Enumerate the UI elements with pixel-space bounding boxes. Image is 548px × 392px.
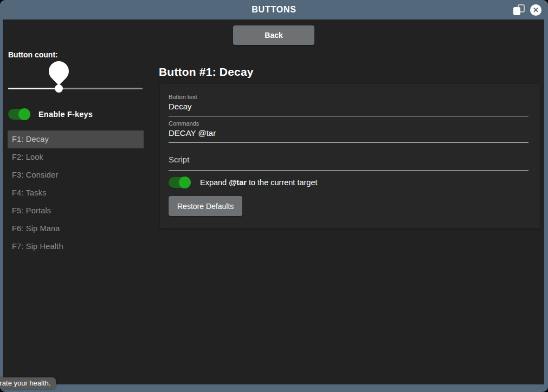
commands-input[interactable]: DECAY @tar — [169, 128, 528, 143]
toggle-knob — [179, 177, 191, 188]
script-input[interactable]: Script — [169, 154, 528, 171]
enable-fkeys-row: Enable F-keys — [8, 109, 93, 120]
health-tooltip: ly regenerate your health. — [0, 377, 56, 389]
commands-label: Commands — [169, 120, 528, 127]
window-title: BUTTONS — [252, 5, 296, 15]
title-bar: BUTTONS ✕ — [0, 0, 548, 19]
restore-defaults-button[interactable]: Restore Defaults — [169, 196, 242, 216]
commands-field: Commands DECAY @tar — [169, 120, 528, 143]
toggle-knob — [18, 108, 30, 120]
back-button[interactable]: Back — [233, 25, 314, 45]
fkey-item-f2[interactable]: F2: Look — [8, 148, 144, 166]
fkey-list: F1: Decay F2: Look F3: Consider F4: Task… — [8, 130, 144, 256]
enable-fkeys-toggle[interactable] — [8, 109, 30, 120]
expand-tar-toggle[interactable] — [169, 177, 190, 188]
fkey-item-f4[interactable]: F4: Tasks — [8, 184, 144, 202]
button-text-label: Button text — [169, 94, 528, 101]
page-title: Button #1: Decay — [159, 66, 254, 79]
button-settings-card: Button text Decay Commands DECAY @tar Sc… — [160, 84, 540, 228]
expand-tar-label: Expand @tar to the current target — [200, 178, 317, 187]
button-count-slider[interactable] — [8, 60, 143, 93]
slider-thumb[interactable] — [55, 84, 63, 93]
fkey-item-f5[interactable]: F5: Portals — [8, 202, 144, 220]
tar-keyword: @tar — [229, 178, 247, 187]
expand-tar-row: Expand @tar to the current target — [169, 177, 528, 188]
fkey-item-f3[interactable]: F3: Consider — [8, 166, 144, 184]
window-controls: ✕ — [513, 0, 541, 19]
button-count-label: Button count: — [8, 50, 58, 59]
enable-fkeys-label: Enable F-keys — [38, 110, 93, 119]
duplicate-window-icon[interactable] — [513, 4, 525, 16]
slider-track-remaining[interactable] — [59, 88, 143, 89]
fkey-item-f1[interactable]: F1: Decay — [8, 130, 144, 148]
fkey-item-f7[interactable]: F7: Sip Health — [8, 238, 144, 256]
content-area: Back Button count: Enable F-keys F1: Dec… — [3, 19, 544, 384]
slider-track-filled[interactable] — [8, 88, 59, 89]
script-field: Script — [169, 154, 528, 171]
duplicate-front-rect — [513, 7, 520, 15]
button-text-input[interactable]: Decay — [169, 102, 528, 116]
buttons-window: BUTTONS ✕ Back Button count: — [0, 0, 548, 392]
close-icon[interactable]: ✕ — [530, 4, 541, 16]
slider-balloon-handle[interactable] — [44, 57, 73, 85]
button-text-field: Button text Decay — [169, 94, 528, 116]
fkey-item-f6[interactable]: F6: Sip Mana — [8, 220, 144, 238]
